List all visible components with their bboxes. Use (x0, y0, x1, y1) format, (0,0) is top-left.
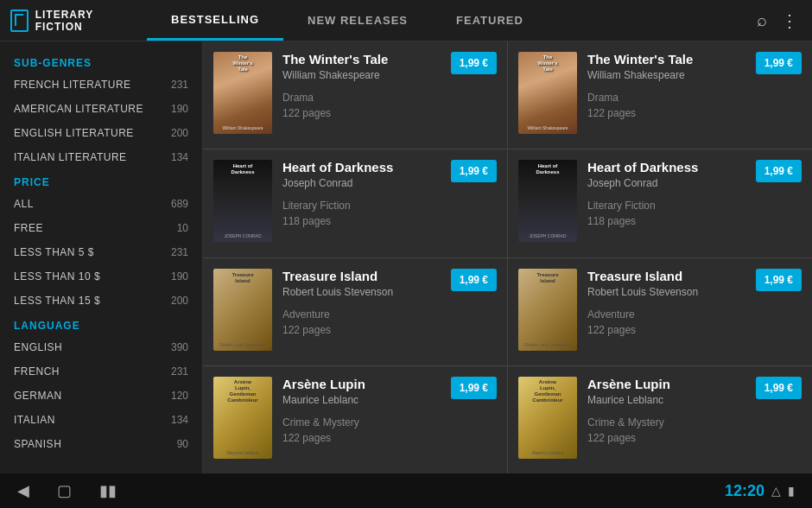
sidebar-count: 190 (171, 270, 188, 283)
book-pages: 122 pages (282, 107, 497, 119)
book-card[interactable]: TheWinter'sTaleWilliam Shakespeare The W… (508, 41, 812, 149)
book-cover: ArsèneLupin,GentlemanCambrioleurMaurice … (213, 377, 272, 459)
book-title-row: The Winter's Tale William Shakespeare 1,… (587, 52, 802, 81)
bottom-bar: ◀ ▢ ▮▮ 12:20 △ ▮ (0, 473, 812, 508)
recent-apps-button[interactable]: ▮▮ (99, 481, 117, 500)
sidebar-label: ITALIAN LITERATURE (14, 151, 127, 163)
sidebar-count: 134 (171, 151, 188, 163)
book-title-row: Arsène Lupin Maurice Leblanc 1,99 € (587, 377, 802, 406)
book-card[interactable]: ArsèneLupin,GentlemanCambrioleurMaurice … (203, 366, 507, 473)
sidebar-label: FRENCH (14, 365, 60, 378)
book-author: Joseph Conrad (587, 177, 698, 189)
sidebar-label: LESS THAN 5 $ (14, 246, 94, 258)
book-title: Heart of Darkness (587, 160, 698, 175)
book-title-author: Heart of Darkness Joseph Conrad (282, 160, 393, 189)
price-button[interactable]: 1,99 € (451, 52, 497, 74)
sidebar-item-free[interactable]: FREE 10 (0, 216, 202, 240)
book-card[interactable]: TheWinter'sTaleWilliam Shakespeare The W… (203, 41, 507, 149)
more-options-icon[interactable]: ⋮ (781, 10, 798, 31)
book-title-author: The Winter's Tale William Shakespeare (282, 52, 388, 81)
top-tabs: BESTSELLING NEW RELEASES FEATURED (147, 0, 743, 41)
top-actions: ⌕ ⋮ (743, 10, 812, 31)
book-title-author: Arsène Lupin Maurice Leblanc (282, 377, 365, 406)
book-title-author: Arsène Lupin Maurice Leblanc (587, 377, 670, 406)
book-pages: 122 pages (587, 324, 802, 336)
book-title: The Winter's Tale (282, 52, 388, 67)
book-title: The Winter's Tale (587, 52, 693, 67)
sidebar-item-italian-literature[interactable]: ITALIAN LITERATURE 134 (0, 145, 202, 169)
sidebar-item-spanish[interactable]: SPANISH 90 (0, 432, 202, 456)
price-button[interactable]: 1,99 € (451, 269, 497, 291)
sidebar-count: 689 (171, 198, 188, 210)
sidebar-count: 10 (177, 222, 188, 234)
clock: 12:20 (725, 482, 764, 500)
language-section-title: LANGUAGE (0, 313, 202, 335)
price-button[interactable]: 1,99 € (756, 269, 802, 291)
sidebar-count: 231 (171, 365, 188, 378)
price-button[interactable]: 1,99 € (756, 52, 802, 74)
sidebar-count: 134 (171, 414, 188, 426)
book-title-author: The Winter's Tale William Shakespeare (587, 52, 693, 81)
book-title-author: Heart of Darkness Joseph Conrad (587, 160, 698, 189)
sidebar-item-english-literature[interactable]: ENGLISH LITERATURE 200 (0, 121, 202, 145)
tab-new-releases[interactable]: NEW RELEASES (283, 0, 432, 41)
book-card[interactable]: TreasureIslandRobert Louis Stevenson Tre… (508, 258, 812, 365)
price-button[interactable]: 1,99 € (451, 377, 497, 399)
book-genre: Crime & Mystery (282, 416, 497, 429)
book-title: Heart of Darkness (282, 160, 393, 175)
book-pages: 122 pages (282, 324, 497, 336)
sidebar-label: FREE (14, 222, 43, 234)
book-card[interactable]: ArsèneLupin,GentlemanCambrioleurMaurice … (508, 366, 812, 473)
sidebar-item-less-10[interactable]: LESS THAN 10 $ 190 (0, 264, 202, 289)
book-title-author: Treasure Island Robert Louis Stevenson (282, 269, 393, 298)
sidebar-item-italian[interactable]: ITALIAN 134 (0, 408, 202, 432)
book-author: Robert Louis Stevenson (282, 286, 393, 298)
back-button[interactable]: ◀ (17, 481, 29, 500)
book-grid: TheWinter'sTaleWilliam Shakespeare The W… (203, 41, 812, 473)
tab-featured[interactable]: FEATURED (432, 0, 548, 41)
sidebar-item-american-literature[interactable]: AMERICAN LITERATURE 190 (0, 97, 202, 121)
book-author: Joseph Conrad (282, 177, 393, 189)
price-button[interactable]: 1,99 € (756, 160, 802, 182)
sidebar-label: AMERICAN LITERATURE (14, 103, 143, 115)
book-author: Robert Louis Stevenson (587, 286, 698, 298)
sidebar-label: ALL (14, 198, 34, 210)
sidebar-label: ITALIAN (14, 414, 55, 426)
book-cover: TreasureIslandRobert Louis Stevenson (518, 269, 577, 351)
sidebar-label: LESS THAN 10 $ (14, 270, 100, 283)
sidebar-item-french-literature[interactable]: FRENCH LITERATURE 231 (0, 73, 202, 97)
book-genre: Adventure (282, 308, 497, 321)
sidebar-item-french[interactable]: FRENCH 231 (0, 359, 202, 384)
book-author: William Shakespeare (282, 69, 388, 81)
book-pages: 122 pages (587, 107, 802, 119)
sidebar-label: FRENCH LITERATURE (14, 79, 131, 91)
book-card[interactable]: TreasureIslandRobert Louis Stevenson Tre… (203, 258, 507, 365)
book-info: Arsène Lupin Maurice Leblanc 1,99 € Crim… (282, 377, 497, 444)
sidebar-count: 190 (171, 103, 188, 115)
sidebar-label: LESS THAN 15 $ (14, 295, 100, 307)
book-title: Arsène Lupin (282, 377, 365, 392)
book-card[interactable]: Heart ofDarknessJOSEPH CONRAD Heart of D… (508, 149, 812, 257)
home-button[interactable]: ▢ (57, 481, 72, 500)
book-pages: 122 pages (587, 432, 802, 444)
sidebar-item-less-5[interactable]: LESS THAN 5 $ 231 (0, 240, 202, 264)
sidebar-label: ENGLISH (14, 341, 62, 353)
book-genre: Adventure (587, 308, 802, 321)
tab-bestselling[interactable]: BESTSELLING (147, 0, 283, 41)
sidebar-item-less-15[interactable]: LESS THAN 15 $ 200 (0, 289, 202, 313)
sidebar-item-english[interactable]: ENGLISH 390 (0, 335, 202, 359)
search-icon[interactable]: ⌕ (757, 10, 767, 30)
sidebar-item-german[interactable]: GERMAN 120 (0, 384, 202, 408)
sidebar-item-all[interactable]: ALL 689 (0, 192, 202, 216)
price-button[interactable]: 1,99 € (756, 377, 802, 399)
book-title-author: Treasure Island Robert Louis Stevenson (587, 269, 698, 298)
book-info: The Winter's Tale William Shakespeare 1,… (282, 52, 497, 119)
sidebar-label: SPANISH (14, 438, 61, 450)
book-title: Treasure Island (282, 269, 393, 284)
book-pages: 118 pages (282, 215, 497, 227)
price-button[interactable]: 1,99 € (451, 160, 497, 182)
main-area: SUB-GENRES FRENCH LITERATURE 231 AMERICA… (0, 41, 812, 473)
book-cover: TheWinter'sTaleWilliam Shakespeare (213, 52, 272, 134)
sidebar-count: 390 (171, 341, 188, 353)
book-card[interactable]: Heart ofDarknessJOSEPH CONRAD Heart of D… (203, 149, 507, 257)
